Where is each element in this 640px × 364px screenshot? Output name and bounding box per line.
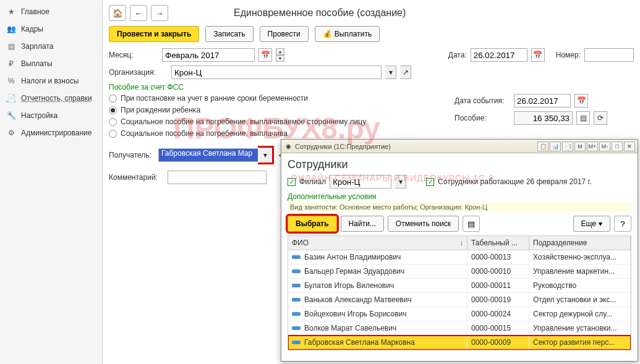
event-date-calendar-button[interactable]: 📅 xyxy=(574,94,588,108)
post-button[interactable]: Провести xyxy=(260,26,309,42)
people-icon: 👥 xyxy=(6,24,16,34)
col-fio[interactable]: ФИО↓ xyxy=(288,236,467,250)
table-row[interactable]: Базин Антон Владимирович 0000-00013 Хозя… xyxy=(288,250,631,265)
branch-label: Филиал xyxy=(299,177,326,186)
employees-popup: ◉ Сотрудники (1С:Предприятие) 📋 📊 📑 M M+… xyxy=(281,139,638,362)
month-calendar-button[interactable]: 📅 xyxy=(258,48,272,62)
titlebar-btn-2[interactable]: 📊 xyxy=(550,142,561,151)
radio-funeral-external[interactable]: Социальное пособие на погребение, выплач… xyxy=(109,117,454,126)
table-row[interactable]: Ваньков Александр Матвеевич 0000-00019 О… xyxy=(288,293,631,307)
recipient-input[interactable]: Габровская Светлана Мар xyxy=(158,148,258,162)
table-row[interactable]: Габровская Светлана Марковна 0000-00009 … xyxy=(288,336,631,350)
recipient-dropdown-button[interactable]: ▾ xyxy=(258,146,274,164)
more-button[interactable]: Еще ▾ xyxy=(573,216,610,232)
sidebar: ★Главное 👥Кадры ▤Зарплата ₽Выплаты %Нало… xyxy=(0,0,103,364)
sidebar-item-settings[interactable]: 🔧Настройка xyxy=(0,107,102,124)
event-date-input[interactable] xyxy=(514,94,571,108)
cell-fio: Ваньков Александр Матвеевич xyxy=(288,293,467,307)
sidebar-item-label: Главное xyxy=(21,7,49,16)
month-label: Месяц: xyxy=(109,51,158,59)
radio-funeral[interactable]: Социальное пособие на погребение, выплач… xyxy=(109,129,454,138)
cancel-search-button[interactable]: Отменить поиск xyxy=(388,216,459,232)
org-open-button[interactable]: ↗ xyxy=(400,66,411,79)
cell-fio: Волков Марат Савельевич xyxy=(288,321,467,335)
titlebar-btn-1[interactable]: 📋 xyxy=(537,142,548,151)
cell-fio: Войцехович Игорь Борисович xyxy=(288,307,467,321)
popup-window-title: Сотрудники (1С:Предприятие) xyxy=(295,143,535,150)
employee-icon xyxy=(292,326,301,330)
branch-dropdown-button[interactable]: ▾ xyxy=(395,175,406,188)
table-row[interactable]: Волков Марат Савельевич 0000-00015 Управ… xyxy=(288,321,631,336)
table-row[interactable]: Булатов Игорь Виленович 0000-00011 Руков… xyxy=(288,279,631,293)
number-input[interactable] xyxy=(584,48,634,62)
date-input[interactable] xyxy=(471,48,527,62)
titlebar-btn-mplus[interactable]: M+ xyxy=(587,142,598,151)
extra-conditions-link[interactable]: Дополнительные условия xyxy=(288,192,631,201)
sidebar-item-label: Выплаты xyxy=(21,59,53,68)
sidebar-item-label: Администрирование xyxy=(21,129,92,137)
working-checkbox[interactable]: ✓ xyxy=(426,178,434,186)
sidebar-item-salary[interactable]: ▤Зарплата xyxy=(0,38,102,55)
sidebar-item-reports[interactable]: 📄Отчетность, справки xyxy=(0,90,102,107)
cell-dep: Отдел установки и экс... xyxy=(529,293,631,307)
sidebar-item-admin[interactable]: ⚙Администрирование xyxy=(0,124,102,142)
branch-input[interactable] xyxy=(330,175,391,188)
cell-dep: Управление маркетин... xyxy=(529,265,631,278)
cell-tab: 0000-00009 xyxy=(467,336,529,349)
cell-tab: 0000-00024 xyxy=(467,307,529,321)
forward-button[interactable]: → xyxy=(151,5,168,21)
write-button[interactable]: Записать xyxy=(205,26,253,42)
date-calendar-button[interactable]: 📅 xyxy=(531,48,545,62)
select-button[interactable]: Выбрать xyxy=(288,216,337,232)
col-dep[interactable]: Подразделение xyxy=(529,236,631,250)
org-dropdown-button[interactable]: ▾ xyxy=(385,66,396,79)
wrench-icon: 🔧 xyxy=(6,111,16,121)
benefit-calc-button[interactable]: ▤ xyxy=(576,111,590,125)
radio-birth[interactable]: При рождении ребенка xyxy=(109,106,454,114)
home-button[interactable]: 🏠 xyxy=(109,5,126,21)
table-row[interactable]: Бальцер Герман Эдуардович 0000-00010 Упр… xyxy=(288,265,631,279)
month-input[interactable] xyxy=(162,48,255,62)
sidebar-item-taxes[interactable]: %Налоги и взносы xyxy=(0,72,102,90)
titlebar-btn-3[interactable]: 📑 xyxy=(562,142,573,151)
comment-input[interactable] xyxy=(168,171,267,184)
popup-titlebar[interactable]: ◉ Сотрудники (1С:Предприятие) 📋 📊 📑 M M+… xyxy=(281,140,638,153)
month-stepper[interactable]: ▲ ▼ xyxy=(276,48,284,62)
app-icon: ◉ xyxy=(284,142,292,151)
comment-label: Комментарий: xyxy=(109,173,168,182)
radio-early-pregnancy[interactable]: При постановке на учет в ранние сроки бе… xyxy=(109,94,454,103)
titlebar-btn-max[interactable]: □ xyxy=(612,142,623,151)
titlebar-btn-mminus[interactable]: M- xyxy=(599,142,610,151)
benefit-input[interactable] xyxy=(514,111,573,125)
sidebar-item-main[interactable]: ★Главное xyxy=(0,3,102,20)
cell-dep: Хозяйственно-эксплуа... xyxy=(529,250,631,264)
radio-icon xyxy=(109,95,117,103)
cell-dep: Руководство xyxy=(529,279,631,292)
sidebar-item-personnel[interactable]: 👥Кадры xyxy=(0,20,102,38)
help-button[interactable]: ? xyxy=(614,216,631,232)
org-input[interactable] xyxy=(171,66,382,79)
post-close-button[interactable]: Провести и закрыть xyxy=(109,26,199,42)
sidebar-item-label: Настройка xyxy=(21,111,58,120)
month-down-button[interactable]: ▼ xyxy=(276,55,284,62)
sidebar-item-label: Зарплата xyxy=(21,42,54,51)
sidebar-item-payments[interactable]: ₽Выплаты xyxy=(0,55,102,72)
month-up-button[interactable]: ▲ xyxy=(276,48,284,55)
employee-icon xyxy=(292,298,301,302)
back-button[interactable]: ← xyxy=(130,5,147,21)
page-title: Единовременное пособие (создание) xyxy=(234,7,406,19)
find-button[interactable]: Найти... xyxy=(341,216,384,232)
cell-tab: 0000-00010 xyxy=(467,265,529,278)
list-mode-button[interactable]: ▤ xyxy=(463,216,480,232)
titlebar-btn-m[interactable]: M xyxy=(574,142,586,151)
pay-button[interactable]: 💰Выплатить xyxy=(315,26,380,42)
benefit-refresh-button[interactable]: ⟳ xyxy=(594,111,607,125)
col-tab[interactable]: Табельный ... xyxy=(467,236,529,250)
employee-icon xyxy=(292,312,301,316)
titlebar-btn-close[interactable]: ✕ xyxy=(624,142,635,151)
sidebar-item-label: Кадры xyxy=(21,25,43,33)
branch-checkbox[interactable]: ✓ xyxy=(288,178,296,186)
table-header: ФИО↓ Табельный ... Подразделение xyxy=(288,236,631,250)
table-row[interactable]: Войцехович Игорь Борисович 0000-00024 Се… xyxy=(288,307,631,321)
number-label: Номер: xyxy=(556,51,581,59)
